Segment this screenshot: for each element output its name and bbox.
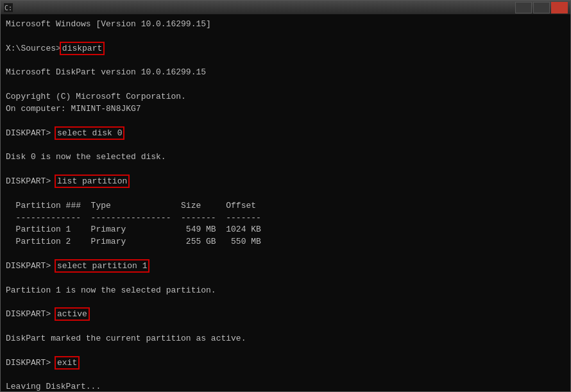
terminal-line: X:\Sources>diskpart xyxy=(6,43,565,55)
highlighted-command: active xyxy=(56,309,89,320)
terminal-line xyxy=(6,31,565,43)
highlighted-command: exit xyxy=(56,357,78,368)
cmd-icon: C: xyxy=(3,3,13,13)
terminal-line: DISKPART> active xyxy=(6,309,565,321)
terminal-line: DISKPART> select disk 0 xyxy=(6,128,565,140)
cmd-window: C: Microsoft Windows [Version 10.0.16299… xyxy=(0,0,571,392)
terminal-line: Partition 1 is now the selected partitio… xyxy=(6,285,565,297)
terminal-line: Microsoft Windows [Version 10.0.16299.15… xyxy=(6,19,565,31)
highlighted-command: select partition 1 xyxy=(56,260,148,271)
terminal-line xyxy=(6,321,565,333)
terminal-line xyxy=(6,55,565,67)
terminal-line xyxy=(6,139,565,151)
terminal-line: Leaving DiskPart... xyxy=(6,381,565,391)
terminal-line: Partition ### Type Size Offset xyxy=(6,200,565,212)
terminal-line xyxy=(6,345,565,357)
terminal-output: Microsoft Windows [Version 10.0.16299.15… xyxy=(1,15,570,391)
terminal-line: DiskPart marked the current partition as… xyxy=(6,333,565,345)
terminal-line xyxy=(6,248,565,260)
terminal-line: Partition 1 Primary 549 MB 1024 KB xyxy=(6,224,565,236)
minimize-button[interactable] xyxy=(515,2,532,13)
terminal-line xyxy=(6,369,565,381)
terminal-line xyxy=(6,115,565,128)
terminal-line: Disk 0 is now the selected disk. xyxy=(6,151,565,164)
terminal-line xyxy=(6,296,565,309)
svg-text:C:: C: xyxy=(4,4,12,12)
terminal-line: Copyright (C) Microsoft Corporation. xyxy=(6,91,565,103)
title-bar: C: xyxy=(1,1,570,15)
terminal-line xyxy=(6,79,565,91)
terminal-line: DISKPART> select partition 1 xyxy=(6,260,565,273)
terminal-line: DISKPART> list partition xyxy=(6,176,565,188)
highlighted-command: list partition xyxy=(56,176,128,187)
terminal-line: Partition 2 Primary 255 GB 550 MB xyxy=(6,236,565,248)
terminal-line xyxy=(6,273,565,285)
terminal-line: DISKPART> exit xyxy=(6,357,565,370)
highlighted-command: diskpart xyxy=(61,43,103,54)
maximize-button[interactable] xyxy=(533,2,550,13)
terminal-line: ------------- ---------------- ------- -… xyxy=(6,212,565,225)
terminal-line xyxy=(6,164,565,176)
terminal-line: On computer: MININT-8N8JKG7 xyxy=(6,103,565,115)
terminal-line: Microsoft DiskPart version 10.0.16299.15 xyxy=(6,67,565,79)
window-controls xyxy=(515,2,568,13)
close-button[interactable] xyxy=(551,2,568,13)
highlighted-command: select disk 0 xyxy=(56,128,123,139)
terminal-line xyxy=(6,188,565,200)
title-bar-left: C: xyxy=(3,3,16,13)
